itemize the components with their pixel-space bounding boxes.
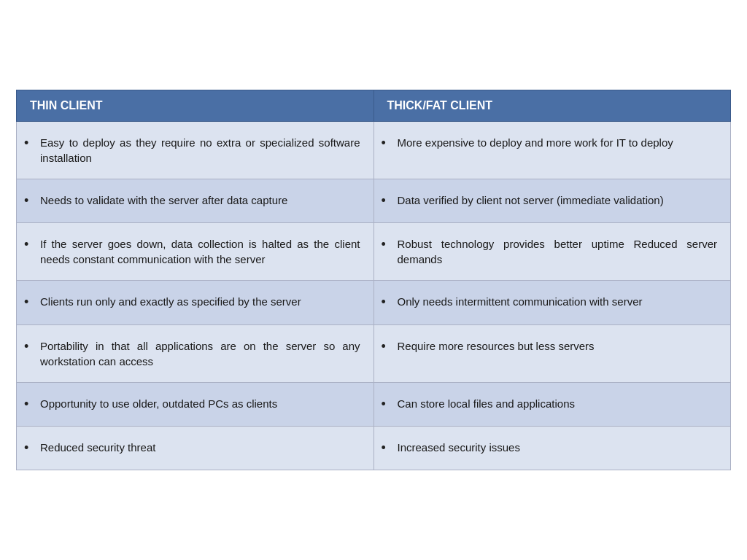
thin-client-cell: • Clients run only and exactly as specif… [17, 281, 374, 324]
table-row: • Easy to deploy as they require no extr… [17, 121, 731, 179]
thick-client-cell: • Data verified by client not server (im… [374, 179, 731, 222]
bullet-icon: • [382, 338, 392, 355]
thin-client-cell: • Easy to deploy as they require no extr… [17, 121, 374, 179]
table-row: • Opportunity to use older, outdated PCs… [17, 382, 731, 426]
table-row: • Clients run only and exactly as specif… [17, 281, 731, 324]
thin-client-text: If the server goes down, data collection… [40, 236, 360, 267]
thin-client-cell: • Portability in that all applications a… [17, 324, 374, 382]
thin-client-text: Easy to deploy as they require no extra … [40, 135, 360, 166]
table-row: • Needs to validate with the server afte… [17, 179, 731, 222]
bullet-icon: • [382, 294, 392, 311]
bullet-icon: • [24, 135, 34, 152]
thin-client-cell: • Reduced security threat [17, 426, 374, 470]
thin-client-text: Opportunity to use older, outdated PCs a… [40, 396, 360, 411]
table-row: • Reduced security threat • Increased se… [17, 426, 731, 470]
thick-client-text: Robust technology provides better uptime… [398, 236, 718, 267]
bullet-icon: • [382, 192, 392, 209]
thick-client-cell: • Require more resources but less server… [374, 324, 731, 382]
header-row: THIN CLIENT THICK/FAT CLIENT [17, 90, 731, 121]
thick-client-cell: • Only needs intermittent communication … [374, 281, 731, 324]
thin-client-cell: • Needs to validate with the server afte… [17, 179, 374, 222]
bullet-icon: • [382, 396, 392, 413]
thick-client-text: Increased security issues [398, 440, 718, 455]
bullet-icon: • [24, 294, 34, 311]
thin-client-text: Portability in that all applications are… [40, 338, 360, 369]
thick-client-cell: • More expensive to deploy and more work… [374, 121, 731, 179]
table-row: • If the server goes down, data collecti… [17, 223, 731, 281]
bullet-icon: • [24, 440, 34, 456]
bullet-icon: • [24, 338, 34, 355]
thin-client-text: Clients run only and exactly as specifie… [40, 294, 360, 309]
thin-client-text: Reduced security threat [40, 440, 360, 455]
bullet-icon: • [382, 236, 392, 253]
thick-client-cell: • Increased security issues [374, 426, 731, 470]
thick-client-text: Require more resources but less servers [398, 338, 718, 354]
thick-client-cell: • Robust technology provides better upti… [374, 223, 731, 281]
thick-fat-client-header: THICK/FAT CLIENT [374, 90, 731, 121]
thick-client-text: Only needs intermittent communication wi… [398, 294, 718, 309]
thin-client-text: Needs to validate with the server after … [40, 192, 360, 208]
thin-client-cell: • If the server goes down, data collecti… [17, 223, 374, 281]
bullet-icon: • [24, 396, 34, 413]
thick-client-text: More expensive to deploy and more work f… [398, 135, 718, 150]
thin-client-cell: • Opportunity to use older, outdated PCs… [17, 382, 374, 426]
thick-client-cell: • Can store local files and applications [374, 382, 731, 426]
bullet-icon: • [382, 440, 392, 456]
thick-client-text: Data verified by client not server (imme… [398, 192, 718, 208]
table-row: • Portability in that all applications a… [17, 324, 731, 382]
bullet-icon: • [24, 192, 34, 209]
thick-client-text: Can store local files and applications [398, 396, 718, 411]
comparison-table: THIN CLIENT THICK/FAT CLIENT • Easy to d… [16, 90, 731, 471]
bullet-icon: • [382, 135, 392, 152]
bullet-icon: • [24, 236, 34, 253]
thin-client-header: THIN CLIENT [17, 90, 374, 121]
